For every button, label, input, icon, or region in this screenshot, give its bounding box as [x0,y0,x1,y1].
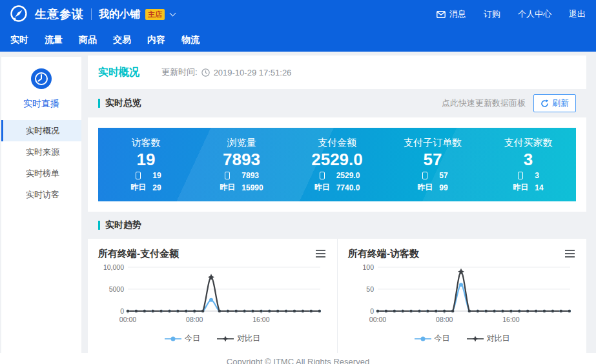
subscribe-link[interactable]: 订购 [484,8,500,20]
data-point[interactable] [193,310,196,313]
sycm-logo-icon[interactable] [9,5,28,24]
data-point-star[interactable] [208,274,214,280]
nav-tab-content[interactable]: 内容 [147,34,165,46]
stat-wireless-value: 2529.0 [336,171,360,180]
sidebar-item-realtime-overview[interactable]: 实时概况 [1,120,81,141]
sidebar-group-live[interactable]: 实时直播 [1,57,81,110]
sidebar-item-realtime-ranking[interactable]: 实时榜单 [1,163,81,184]
data-point[interactable] [493,310,496,313]
legend-item[interactable]: 对比日 [467,333,510,344]
data-point[interactable] [268,310,271,313]
nav-tab-realtime[interactable]: 实时 [10,34,28,46]
legend-marker-icon [415,336,431,342]
stat-column: 支付金额 2529.0 2529.0 昨日 7740.0 [289,128,385,201]
svg-text:0: 0 [120,307,124,315]
nav-tab-trade[interactable]: 交易 [113,34,131,46]
data-point[interactable] [418,310,421,313]
data-point[interactable] [409,310,413,313]
top-header: 生意参谋 我的小铺 主店 消息 订购 个人中心 退出 实时 流量 商品 交易 内… [0,0,596,52]
data-point[interactable] [459,283,463,287]
refresh-label: 刷新 [552,97,569,109]
data-point[interactable] [543,310,546,313]
stat-yesterday-value: 99 [439,183,447,192]
data-point[interactable] [385,310,388,313]
data-point[interactable] [518,310,521,313]
data-point[interactable] [209,298,213,302]
svg-text:50: 50 [366,285,374,293]
data-point[interactable] [218,310,221,313]
data-point[interactable] [159,310,163,313]
data-point[interactable] [151,310,154,313]
data-point[interactable] [560,310,563,313]
chevron-down-icon[interactable] [170,10,176,16]
data-point[interactable] [484,310,488,313]
stat-column: 访客数 19 19 昨日 29 [98,128,194,201]
legend-item[interactable]: 对比日 [217,333,260,344]
shop-name[interactable]: 我的小铺 [99,8,140,21]
stat-yesterday-label: 昨日 [417,182,433,193]
messages-link[interactable]: 消息 [437,8,466,20]
data-point-star[interactable] [458,268,464,275]
legend-item[interactable]: 今日 [165,333,200,344]
data-point[interactable] [293,310,296,313]
chart-title: 所有终端-支付金额 [98,248,179,260]
nav-tab-traffic[interactable]: 流量 [45,34,63,46]
data-point[interactable] [426,310,429,313]
data-point[interactable] [135,310,138,313]
svg-text:16:00: 16:00 [502,316,519,323]
data-point[interactable] [568,310,571,313]
data-point[interactable] [551,310,555,313]
data-point[interactable] [302,310,305,313]
data-point[interactable] [451,310,455,313]
legend-item[interactable]: 今日 [415,333,450,344]
data-point[interactable] [401,310,404,313]
sidebar-item-realtime-source[interactable]: 实时来源 [1,141,81,163]
section-accent-bar [98,99,100,108]
data-point[interactable] [185,310,188,313]
refresh-button[interactable]: 刷新 [533,94,576,112]
data-point[interactable] [168,310,171,313]
data-point[interactable] [127,310,130,313]
data-point[interactable] [435,310,438,313]
legend-marker-icon [165,336,181,342]
data-point[interactable] [260,310,263,313]
logout-link[interactable]: 退出 [569,8,586,20]
trend-section-header: 实时趋势 [88,212,586,239]
data-point[interactable] [276,310,280,313]
stat-value: 3 [480,149,576,170]
sidebar-item-realtime-visitors[interactable]: 实时访客 [1,184,81,205]
data-point[interactable] [443,310,446,313]
series-line [378,285,570,311]
legend-label: 对比日 [237,333,260,344]
data-point[interactable] [526,310,529,313]
svg-text:10,000: 10,000 [103,263,124,271]
nav-tab-logistics[interactable]: 物流 [181,34,200,46]
data-point[interactable] [201,310,205,313]
personal-center-label: 个人中心 [518,8,551,20]
svg-text:5000: 5000 [109,285,125,293]
stat-sub-rows: 3 昨日 14 [513,171,543,193]
personal-center-link[interactable]: 个人中心 [518,8,551,20]
data-point[interactable] [310,310,313,313]
legend-label: 今日 [435,333,450,344]
nav-tab-products[interactable]: 商品 [79,34,97,46]
data-point[interactable] [318,310,321,313]
data-point[interactable] [227,310,230,313]
data-point[interactable] [376,310,380,313]
chart-menu-icon[interactable] [564,247,576,261]
data-point[interactable] [251,310,254,313]
data-point[interactable] [477,310,480,313]
data-point[interactable] [285,310,288,313]
chart-menu-icon[interactable] [314,247,327,261]
data-point[interactable] [535,310,538,313]
data-point[interactable] [468,310,471,313]
data-point[interactable] [176,310,180,313]
data-point[interactable] [509,310,513,313]
stat-title: 浏览量 [194,137,289,149]
data-point[interactable] [393,310,396,313]
data-point[interactable] [243,310,246,313]
page-footer: Copyright © ITMC All Rights Reserved [0,353,596,364]
data-point[interactable] [143,310,147,313]
data-point[interactable] [501,310,504,313]
data-point[interactable] [234,310,238,313]
